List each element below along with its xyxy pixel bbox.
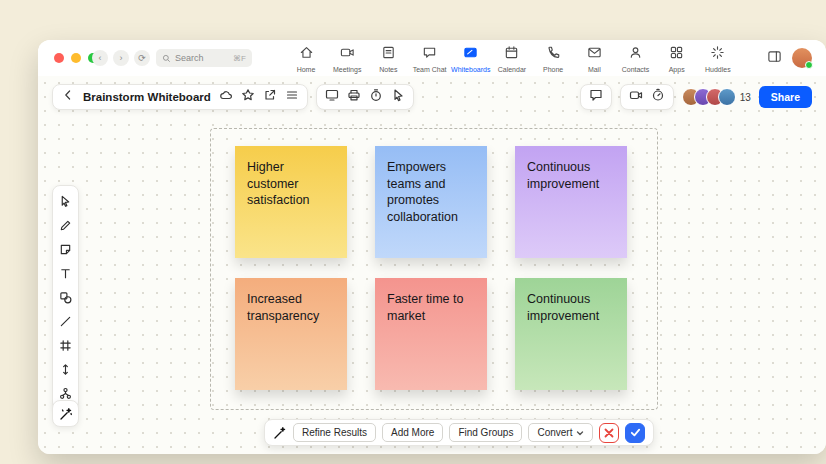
accept-button[interactable]: [625, 423, 645, 443]
main-nav: Home Meetings Notes Team Chat Whiteboard…: [286, 43, 738, 75]
sticky-note-purple[interactable]: Continuous improvement: [515, 146, 627, 258]
participant-avatar: [718, 88, 736, 106]
menu-icon[interactable]: [285, 88, 299, 106]
nav-label: Home: [297, 66, 316, 73]
comment-icon: [589, 88, 603, 106]
nav-label: Huddles: [705, 66, 731, 73]
note-text: Higher customer satisfaction: [235, 146, 347, 222]
minimize-window-button[interactable]: [71, 53, 81, 63]
nav-label: Notes: [379, 66, 397, 73]
whiteboard-icon: [463, 45, 478, 64]
frame-tool-icon[interactable]: [55, 335, 76, 356]
print-icon[interactable]: [347, 88, 361, 106]
nav-item-home[interactable]: Home: [286, 43, 326, 75]
comment-pill[interactable]: [580, 84, 612, 110]
whiteboard-toolbar: Brainstorm Whiteboard: [52, 84, 414, 110]
timer-icon[interactable]: [369, 88, 383, 106]
pen-tool-icon[interactable]: [55, 215, 76, 236]
back-button[interactable]: ‹: [92, 50, 108, 66]
refine-results-button[interactable]: Refine Results: [293, 423, 376, 442]
line-tool-icon[interactable]: [55, 311, 76, 332]
titlebar-right: [767, 48, 812, 68]
nav-item-meetings[interactable]: Meetings: [327, 43, 367, 75]
titlebar: ‹ › ⟳ Search ⌘F Home Meetings Notes: [38, 40, 826, 76]
huddles-icon: [710, 45, 725, 64]
ai-wand-button[interactable]: [52, 400, 79, 427]
participant-avatars[interactable]: 13: [682, 88, 751, 106]
nav-label: Phone: [543, 66, 563, 73]
nav-item-calendar[interactable]: Calendar: [492, 43, 532, 75]
share-button[interactable]: Share: [759, 86, 812, 108]
nav-item-phone[interactable]: Phone: [533, 43, 573, 75]
sticky-note-green[interactable]: Continuous improvement: [515, 278, 627, 390]
notes-icon: [381, 45, 396, 64]
export-icon[interactable]: [263, 88, 277, 106]
phone-icon: [546, 45, 561, 64]
present-screen-icon[interactable]: [325, 88, 339, 106]
chevron-down-icon: [576, 429, 584, 437]
nav-label: Meetings: [333, 66, 361, 73]
sticky-note-yellow[interactable]: Higher customer satisfaction: [235, 146, 347, 258]
laser-pointer-icon[interactable]: [391, 88, 405, 106]
nav-item-contacts[interactable]: Contacts: [616, 43, 656, 75]
search-icon: [162, 54, 171, 63]
collab-controls: 13 Share: [580, 84, 812, 110]
forward-button[interactable]: ›: [113, 50, 129, 66]
nav-item-whiteboards[interactable]: Whiteboards: [451, 43, 491, 75]
mail-icon: [587, 45, 602, 64]
nav-label: Contacts: [622, 66, 650, 73]
convert-label: Convert: [537, 427, 572, 438]
search-shortcut: ⌘F: [233, 54, 246, 63]
text-tool-icon[interactable]: [55, 263, 76, 284]
stopwatch-icon[interactable]: [651, 88, 665, 106]
select-tool-icon[interactable]: [55, 191, 76, 212]
sticky-note-blue[interactable]: Empowers teams and promotes collaboratio…: [375, 146, 487, 258]
wand-icon: [59, 407, 73, 421]
search-placeholder: Search: [175, 53, 204, 63]
add-more-button[interactable]: Add More: [382, 423, 443, 442]
board-title: Brainstorm Whiteboard: [83, 91, 211, 103]
contacts-icon: [628, 45, 643, 64]
cloud-sync-icon: [219, 88, 233, 106]
meeting-tools-pill: [620, 84, 674, 110]
convert-dropdown[interactable]: Convert: [528, 423, 593, 442]
nav-label: Mail: [588, 66, 601, 73]
calendar-icon: [504, 45, 519, 64]
nav-label: Whiteboards: [451, 66, 490, 73]
note-text: Increased transparency: [235, 278, 347, 337]
close-icon: [604, 428, 614, 438]
back-icon[interactable]: [61, 88, 75, 106]
sticky-note-orange[interactable]: Increased transparency: [235, 278, 347, 390]
tool-rail: [52, 185, 79, 410]
layout-icon[interactable]: [767, 49, 782, 68]
nav-item-team-chat[interactable]: Team Chat: [410, 43, 450, 75]
sticky-note-tool-icon[interactable]: [55, 239, 76, 260]
connector-tool-icon[interactable]: [55, 359, 76, 380]
note-text: Empowers teams and promotes collaboratio…: [375, 146, 487, 238]
app-window: ‹ › ⟳ Search ⌘F Home Meetings Notes: [38, 40, 826, 454]
shapes-tool-icon[interactable]: [55, 287, 76, 308]
reject-button[interactable]: [599, 423, 619, 443]
nav-label: Apps: [669, 66, 685, 73]
nav-label: Team Chat: [413, 66, 447, 73]
nav-item-huddles[interactable]: Huddles: [698, 43, 738, 75]
home-icon: [299, 45, 314, 64]
meetings-icon: [340, 45, 355, 64]
search-input[interactable]: Search ⌘F: [156, 49, 252, 67]
video-icon[interactable]: [629, 88, 643, 106]
chat-icon: [422, 45, 437, 64]
nav-item-apps[interactable]: Apps: [657, 43, 697, 75]
history-icon[interactable]: ⟳: [134, 50, 150, 66]
sticky-note-red[interactable]: Faster time to market: [375, 278, 487, 390]
close-window-button[interactable]: [54, 53, 64, 63]
star-icon[interactable]: [241, 88, 255, 106]
check-icon: [630, 427, 641, 438]
find-groups-button[interactable]: Find Groups: [449, 423, 522, 442]
ai-action-bar: Refine Results Add More Find Groups Conv…: [264, 419, 654, 446]
user-avatar[interactable]: [792, 48, 812, 68]
whiteboard-canvas[interactable]: Brainstorm Whiteboard: [38, 76, 826, 454]
apps-icon: [669, 45, 684, 64]
note-text: Faster time to market: [375, 278, 487, 337]
nav-item-mail[interactable]: Mail: [574, 43, 614, 75]
nav-item-notes[interactable]: Notes: [368, 43, 408, 75]
